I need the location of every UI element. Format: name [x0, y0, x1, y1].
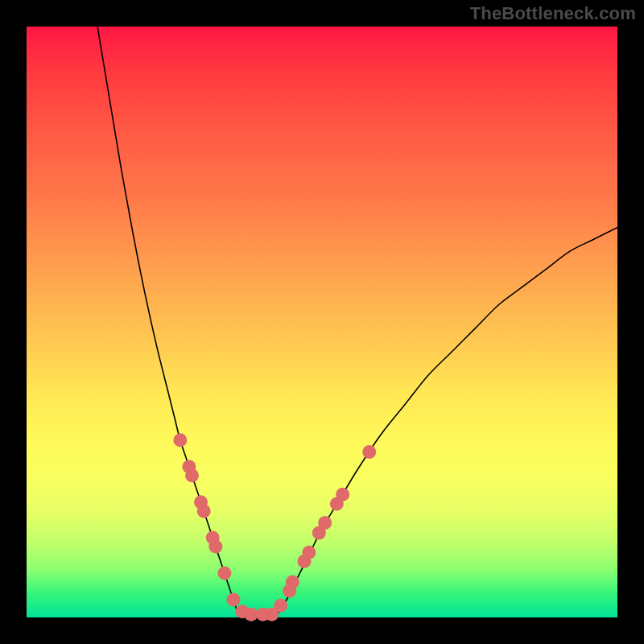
highlight-dot [286, 575, 299, 588]
highlight-dots [173, 433, 376, 621]
curve-svg [27, 27, 617, 617]
highlight-dot [336, 488, 349, 502]
chart-frame: TheBottleneck.com [0, 0, 644, 644]
highlight-dot [173, 433, 187, 447]
right-branch-curve [275, 228, 617, 617]
highlight-dot [362, 445, 376, 459]
highlight-dot [274, 599, 287, 613]
plot-area [27, 27, 617, 617]
highlight-dot [302, 546, 316, 559]
left-branch-curve [97, 27, 239, 617]
highlight-dot [244, 608, 258, 621]
highlight-dot [208, 539, 222, 553]
highlight-dot [318, 516, 332, 530]
watermark-label: TheBottleneck.com [470, 3, 636, 24]
highlight-dot [226, 592, 240, 606]
highlight-dot [185, 469, 199, 482]
highlight-dot [197, 504, 211, 518]
highlight-dot [217, 566, 231, 580]
